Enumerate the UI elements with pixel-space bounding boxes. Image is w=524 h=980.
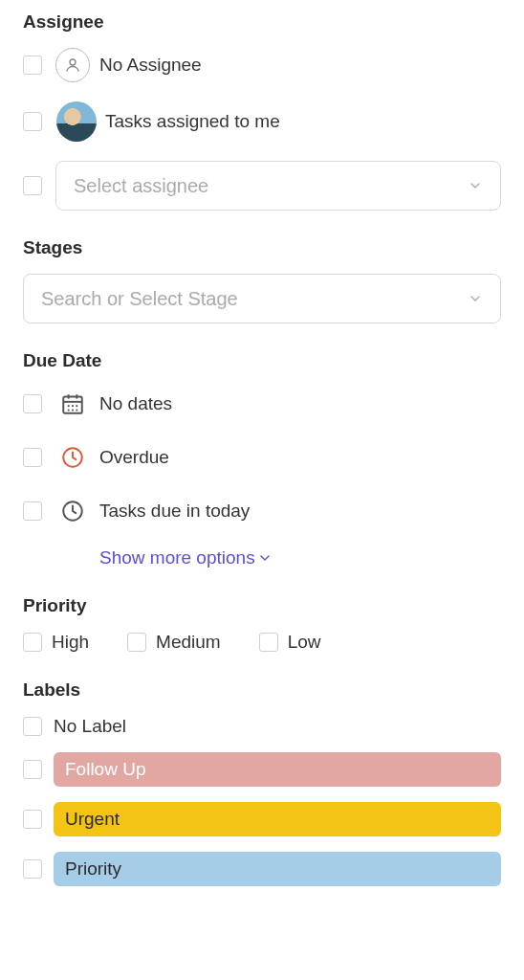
checkbox-no-label[interactable]	[23, 717, 42, 736]
due-row-overdue: Overdue	[23, 440, 501, 475]
svg-point-8	[68, 409, 70, 411]
no-label-text: No Label	[54, 716, 126, 737]
assigned-me-label: Tasks assigned to me	[105, 111, 280, 132]
priority-item-low: Low	[259, 632, 321, 653]
checkbox-follow-up[interactable]	[23, 760, 42, 779]
stages-title: Stages	[23, 237, 501, 258]
stages-placeholder: Search or Select Stage	[41, 288, 238, 310]
chevron-down-icon	[468, 178, 483, 193]
svg-point-10	[76, 409, 77, 411]
due-date-title: Due Date	[23, 350, 501, 371]
priority-section: Priority High Medium Low	[23, 595, 501, 653]
clock-overdue-icon	[60, 445, 85, 470]
chevron-down-icon	[257, 550, 273, 566]
chevron-down-icon	[468, 291, 483, 306]
assignee-row-me: Tasks assigned to me	[23, 101, 501, 142]
checkbox-medium[interactable]	[127, 633, 146, 652]
checkbox-overdue[interactable]	[23, 448, 42, 467]
select-assignee-placeholder: Select assignee	[74, 175, 208, 197]
show-more-label: Show more options	[99, 547, 255, 568]
checkbox-no-assignee[interactable]	[23, 56, 42, 75]
calendar-icon-wrap	[55, 387, 90, 421]
priority-row: High Medium Low	[23, 632, 501, 653]
priority-item-high: High	[23, 632, 89, 653]
select-assignee-dropdown[interactable]: Select assignee	[55, 161, 501, 211]
due-today-label: Tasks due in today	[99, 501, 250, 522]
no-assignee-label: No Assignee	[99, 55, 202, 76]
labels-title: Labels	[23, 679, 501, 701]
checkbox-urgent[interactable]	[23, 810, 42, 829]
due-row-today: Tasks due in today	[23, 494, 501, 528]
priority-item-medium: Medium	[127, 632, 221, 653]
calendar-icon	[60, 391, 85, 416]
checkbox-low[interactable]	[259, 633, 278, 652]
svg-point-7	[76, 405, 77, 407]
overdue-icon-wrap	[55, 440, 90, 475]
label-urgent-text: Urgent	[65, 809, 120, 830]
label-follow-up-text: Follow Up	[65, 759, 145, 780]
checkbox-no-dates[interactable]	[23, 394, 42, 413]
checkbox-due-today[interactable]	[23, 501, 42, 521]
label-chip-follow-up[interactable]: Follow Up	[54, 752, 501, 787]
svg-point-5	[68, 405, 70, 407]
label-chip-priority[interactable]: Priority	[54, 852, 501, 886]
svg-point-9	[72, 409, 74, 411]
checkbox-select-assignee[interactable]	[23, 176, 42, 195]
stages-dropdown[interactable]: Search or Select Stage	[23, 274, 501, 323]
show-more-link[interactable]: Show more options	[99, 547, 273, 568]
priority-low-label: Low	[288, 632, 321, 653]
priority-title: Priority	[23, 595, 501, 616]
checkbox-high[interactable]	[23, 633, 42, 652]
label-priority-text: Priority	[65, 858, 121, 880]
today-icon-wrap	[55, 494, 90, 528]
labels-section: Labels No Label Follow Up Urgent Priorit…	[23, 679, 501, 886]
checkbox-assigned-me[interactable]	[23, 112, 42, 131]
label-row-priority: Priority	[23, 852, 501, 886]
due-date-section: Due Date No dates Overdue	[23, 350, 501, 568]
assignee-title: Assignee	[23, 11, 501, 33]
svg-point-0	[70, 59, 76, 65]
priority-medium-label: Medium	[156, 632, 221, 653]
assignee-section: Assignee No Assignee Tasks assigned to m…	[23, 11, 501, 211]
no-dates-label: No dates	[99, 393, 172, 414]
no-assignee-avatar	[55, 48, 90, 82]
person-icon	[64, 56, 81, 74]
clock-icon	[60, 499, 85, 523]
assignee-row-select: Select assignee	[23, 161, 501, 211]
overdue-label: Overdue	[99, 447, 169, 468]
due-row-no-dates: No dates	[23, 387, 501, 421]
checkbox-label-priority[interactable]	[23, 859, 42, 879]
label-row-follow-up: Follow Up	[23, 752, 501, 787]
label-row-urgent: Urgent	[23, 802, 501, 836]
user-avatar	[55, 101, 96, 142]
svg-point-6	[72, 405, 74, 407]
due-more-row: Show more options	[23, 547, 501, 568]
assignee-row-none: No Assignee	[23, 48, 501, 82]
label-chip-urgent[interactable]: Urgent	[54, 802, 501, 836]
priority-high-label: High	[52, 632, 89, 653]
label-row-none: No Label	[23, 716, 501, 737]
stages-section: Stages Search or Select Stage	[23, 237, 501, 323]
